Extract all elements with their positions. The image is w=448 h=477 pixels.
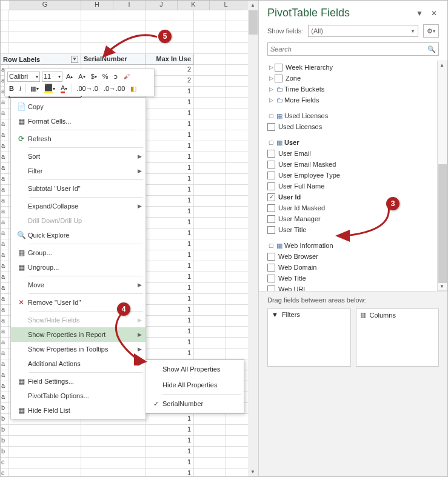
bold-icon[interactable]: B bbox=[7, 84, 16, 94]
checkbox[interactable] bbox=[267, 226, 275, 234]
search-input-wrap[interactable]: 🔍 bbox=[267, 42, 439, 56]
dropdown-icon[interactable]: ▼ bbox=[71, 56, 78, 63]
menu-sort[interactable]: Sort▶ bbox=[11, 149, 145, 164]
panel-dropdown-icon[interactable]: ▼ bbox=[415, 9, 424, 18]
checkbox[interactable] bbox=[267, 123, 275, 131]
field-web-domain[interactable]: Web Domain bbox=[267, 262, 447, 273]
menu-expand-collapse[interactable]: Expand/Collapse▶ bbox=[11, 199, 145, 213]
columns-zone[interactable]: ▥Columns bbox=[356, 309, 440, 367]
format-icon[interactable]: ◧ bbox=[129, 84, 138, 94]
checkbox[interactable] bbox=[267, 275, 275, 282]
checkbox[interactable] bbox=[267, 215, 275, 223]
col-header-G[interactable]: G bbox=[9, 1, 81, 10]
table-row[interactable]: c1 bbox=[1, 469, 258, 477]
menu-group[interactable]: ▦Group... bbox=[11, 245, 145, 260]
scroll-up-icon[interactable]: ▲ bbox=[440, 62, 444, 68]
italic-icon[interactable]: I bbox=[18, 84, 23, 94]
fill-color-icon[interactable]: ⬛▾ bbox=[42, 84, 57, 94]
menu-hide-field-list[interactable]: ▦Hide Field List bbox=[11, 403, 145, 418]
filters-zone[interactable]: ▼Filters bbox=[267, 309, 351, 367]
col-header-J[interactable]: J bbox=[145, 1, 178, 10]
checkbox[interactable] bbox=[267, 204, 275, 212]
thousands-icon[interactable]: ͻ bbox=[112, 72, 119, 82]
field-used-licenses[interactable]: Used Licenses bbox=[267, 121, 447, 132]
menu-filter[interactable]: Filter▶ bbox=[11, 164, 145, 178]
menu-subtotal[interactable]: Subtotal "User Id" bbox=[11, 181, 145, 196]
checkbox[interactable] bbox=[267, 182, 275, 190]
expand-icon[interactable]: ▷ bbox=[267, 75, 275, 81]
field-user-full-name[interactable]: User Full Name bbox=[267, 181, 447, 192]
collapse-icon[interactable]: ▢ bbox=[267, 139, 275, 145]
collapse-icon[interactable]: ▢ bbox=[267, 242, 275, 249]
table-row[interactable]: c1 bbox=[1, 458, 258, 469]
decrease-font-icon[interactable]: A▾ bbox=[76, 72, 87, 82]
menu-field-settings[interactable]: ▦Field Settings... bbox=[11, 374, 145, 389]
field-week-hierarchy[interactable]: ▷Week Hierarchy bbox=[267, 62, 447, 73]
checkbox[interactable] bbox=[267, 150, 275, 158]
field-web-url[interactable]: Web URL bbox=[267, 284, 447, 291]
expand-icon[interactable]: ▷ bbox=[267, 64, 275, 70]
menu-quick-explore[interactable]: 🔍Quick Explore bbox=[11, 228, 145, 242]
increase-decimal-icon[interactable]: .0→.00 bbox=[102, 84, 127, 94]
grid-vertical-scrollbar[interactable]: ▲ ▼ bbox=[248, 1, 258, 476]
checkbox[interactable] bbox=[267, 285, 275, 292]
field-zone[interactable]: ▷Zone bbox=[267, 73, 447, 84]
layout-options-button[interactable]: ⚙▾ bbox=[423, 24, 439, 38]
pivot-row-labels-header[interactable]: Row Labels▼ bbox=[1, 54, 81, 65]
scroll-down-icon[interactable]: ▼ bbox=[440, 284, 444, 289]
folder-time-buckets[interactable]: ▷🗀Time Buckets bbox=[267, 84, 447, 95]
font-color-icon[interactable]: A▾ bbox=[59, 84, 69, 94]
col-header-I[interactable]: I bbox=[113, 1, 145, 10]
collapse-icon[interactable]: ▢ bbox=[267, 113, 275, 119]
field-list-scrollbar[interactable]: ▲ ▼ bbox=[437, 61, 447, 291]
col-header-H[interactable]: H bbox=[81, 1, 113, 10]
checkbox[interactable] bbox=[275, 75, 283, 82]
menu-refresh[interactable]: ⟳Refresh bbox=[11, 132, 145, 146]
table-user[interactable]: ▢▦User bbox=[267, 137, 447, 148]
expand-icon[interactable]: ▷ bbox=[267, 86, 275, 92]
menu-copy[interactable]: 📄Copy bbox=[11, 99, 145, 114]
field-user-id[interactable]: ✓User Id bbox=[267, 192, 447, 202]
checkbox[interactable] bbox=[275, 64, 283, 72]
submenu-serialnumber[interactable]: ✓SerialNumber bbox=[145, 396, 244, 412]
menu-format-cells[interactable]: ▦Format Cells... bbox=[11, 114, 145, 128]
table-row[interactable]: b1 bbox=[1, 447, 258, 458]
panel-close-icon[interactable]: ✕ bbox=[429, 9, 439, 18]
menu-move[interactable]: Move▶ bbox=[11, 278, 145, 292]
checkbox[interactable] bbox=[267, 161, 275, 168]
show-fields-combo[interactable]: (All)▼ bbox=[308, 25, 418, 37]
scrollbar-thumb[interactable] bbox=[249, 10, 258, 35]
checkbox[interactable] bbox=[267, 264, 275, 272]
font-name-select[interactable]: Calibri▾ bbox=[7, 72, 40, 82]
scrollbar-thumb[interactable] bbox=[438, 164, 447, 283]
table-used-licenses[interactable]: ▢▦Used Licenses bbox=[267, 110, 447, 121]
field-web-title[interactable]: Web Title bbox=[267, 273, 447, 284]
scroll-up-icon[interactable]: ▲ bbox=[250, 2, 255, 8]
currency-icon[interactable]: $▾ bbox=[89, 72, 99, 82]
menu-ungroup[interactable]: ▦Ungroup... bbox=[11, 260, 145, 275]
decrease-decimal-icon[interactable]: .00→.0 bbox=[75, 84, 99, 94]
table-row[interactable]: b1 bbox=[1, 436, 258, 447]
format-painter-icon[interactable]: 🖌 bbox=[121, 72, 132, 82]
menu-pivot-options[interactable]: PivotTable Options... bbox=[11, 389, 145, 403]
submenu-hide-all[interactable]: Hide All Properties bbox=[145, 377, 244, 393]
table-row[interactable]: b1 bbox=[1, 425, 258, 436]
col-header-L[interactable]: L bbox=[210, 1, 242, 10]
checkbox[interactable] bbox=[267, 172, 275, 179]
field-web-browser[interactable]: Web Browser bbox=[267, 251, 447, 262]
font-size-select[interactable]: 11▾ bbox=[42, 72, 62, 82]
borders-icon[interactable]: ▦▾ bbox=[28, 84, 41, 94]
search-input[interactable] bbox=[270, 45, 427, 53]
checkbox[interactable] bbox=[267, 253, 275, 261]
field-user-email-masked[interactable]: User Email Masked bbox=[267, 159, 447, 170]
expand-icon[interactable]: ▷ bbox=[267, 97, 275, 103]
checkbox-checked[interactable]: ✓ bbox=[267, 193, 275, 201]
percent-icon[interactable]: % bbox=[101, 72, 110, 82]
col-header-K[interactable]: K bbox=[178, 1, 210, 10]
scroll-down-icon[interactable]: ▼ bbox=[250, 469, 255, 475]
field-user-email[interactable]: User Email bbox=[267, 148, 447, 159]
submenu-show-all[interactable]: Show All Properties bbox=[145, 361, 244, 377]
increase-font-icon[interactable]: A▴ bbox=[64, 72, 75, 82]
folder-more-fields[interactable]: ▷🗀More Fields bbox=[267, 95, 447, 105]
field-user-employee-type[interactable]: User Employee Type bbox=[267, 170, 447, 181]
